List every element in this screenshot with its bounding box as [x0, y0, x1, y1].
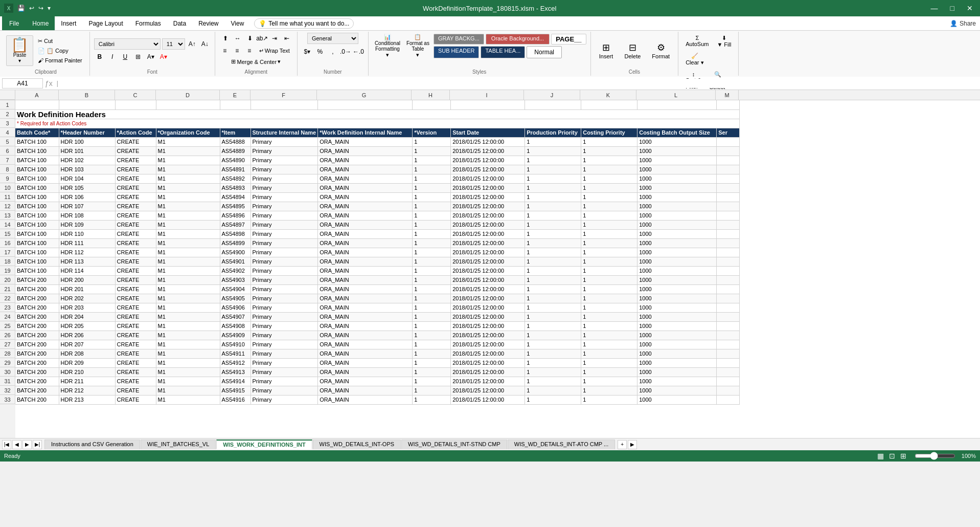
cell[interactable]: ORA_MAIN — [318, 146, 413, 156]
cell[interactable]: 2018/01/25 12:00:00 — [451, 156, 525, 165]
cell[interactable]: 2018/01/25 12:00:00 — [451, 165, 525, 174]
cell[interactable]: 2018/01/25 12:00:00 — [451, 192, 525, 202]
cell[interactable]: 1 — [413, 275, 451, 284]
cell[interactable]: HDR 103 — [59, 165, 115, 174]
cell[interactable]: ORA_MAIN — [318, 156, 413, 165]
col-header-m[interactable]: M — [716, 90, 739, 100]
cell[interactable] — [717, 183, 740, 192]
cell[interactable]: CREATE — [115, 367, 156, 377]
cell[interactable]: AS54889 — [220, 146, 250, 156]
cell[interactable]: BATCH 200 — [15, 275, 59, 284]
cell[interactable]: 2018/01/25 12:00:00 — [451, 312, 525, 321]
cell[interactable]: 1 — [413, 248, 451, 257]
gray-background-style[interactable]: GRAY BACKG... — [434, 34, 484, 45]
cell[interactable]: 1 — [525, 220, 581, 229]
cell[interactable]: 1000 — [637, 257, 717, 266]
cell[interactable]: ORA_MAIN — [318, 183, 413, 192]
cell[interactable]: 1000 — [637, 377, 717, 386]
grid-scroll[interactable]: Work Definition Headers* Required for al… — [15, 100, 980, 438]
cell[interactable]: M1 — [156, 156, 220, 165]
cell[interactable]: 1 — [581, 238, 637, 248]
cell[interactable]: 1 — [413, 266, 451, 275]
cell[interactable]: M1 — [156, 146, 220, 156]
cell[interactable]: 1 — [525, 146, 581, 156]
cell[interactable] — [59, 100, 115, 109]
cell[interactable]: 1 — [525, 312, 581, 321]
cell[interactable]: 1 — [413, 377, 451, 386]
undo-btn[interactable]: ↩ — [28, 4, 35, 13]
cell[interactable]: CREATE — [115, 349, 156, 358]
cell[interactable]: ORA_MAIN — [318, 331, 413, 340]
cell[interactable]: AS54912 — [220, 358, 250, 367]
cell[interactable]: Batch Code* — [15, 128, 59, 137]
cell[interactable]: Primary — [250, 321, 318, 331]
cell[interactable]: 1 — [413, 257, 451, 266]
subheader-style[interactable]: SUB HEADER — [434, 46, 480, 58]
cell[interactable] — [220, 100, 250, 109]
cell[interactable]: 1 — [413, 312, 451, 321]
cell[interactable]: 1000 — [637, 312, 717, 321]
cell[interactable]: M1 — [156, 266, 220, 275]
cell[interactable]: M1 — [156, 165, 220, 174]
cell[interactable]: BATCH 200 — [15, 395, 59, 404]
cell[interactable] — [717, 192, 740, 202]
cell[interactable]: 1 — [581, 156, 637, 165]
cell[interactable]: Primary — [250, 248, 318, 257]
sheet-last-btn[interactable]: ▶| — [33, 440, 42, 449]
maximize-btn[interactable]: □ — [947, 3, 958, 13]
cell[interactable]: HDR 212 — [59, 386, 115, 395]
cell[interactable]: 1000 — [637, 349, 717, 358]
cell[interactable]: 2018/01/25 12:00:00 — [451, 284, 525, 294]
cell[interactable]: BATCH 100 — [15, 137, 59, 146]
cell[interactable]: AS54906 — [220, 303, 250, 312]
cell[interactable]: HDR 107 — [59, 202, 115, 211]
cell[interactable]: 1 — [581, 358, 637, 367]
cell[interactable]: ORA_MAIN — [318, 257, 413, 266]
cell[interactable]: CREATE — [115, 275, 156, 284]
increase-decimal-btn[interactable]: .0→ — [340, 46, 351, 57]
cell[interactable] — [413, 100, 451, 109]
cell[interactable]: 1000 — [637, 386, 717, 395]
cell[interactable]: AS54890 — [220, 156, 250, 165]
sheet-prev-btn[interactable]: ◀ — [12, 440, 21, 449]
orientation-btn[interactable]: ab↗ — [257, 33, 268, 44]
cell[interactable]: 1 — [525, 174, 581, 183]
cell[interactable]: 1000 — [637, 367, 717, 377]
cell[interactable] — [717, 202, 740, 211]
row-num-2[interactable]: 2 — [0, 109, 15, 119]
cell[interactable]: 2018/01/25 12:00:00 — [451, 183, 525, 192]
cell[interactable]: M1 — [156, 349, 220, 358]
cell[interactable]: 1 — [413, 174, 451, 183]
cell[interactable] — [525, 100, 581, 109]
cell[interactable]: AS54905 — [220, 294, 250, 303]
cell[interactable]: AS54907 — [220, 312, 250, 321]
minimize-btn[interactable]: — — [928, 3, 941, 13]
tab-file[interactable]: File — [2, 16, 26, 30]
font-name-select[interactable]: Calibri — [94, 38, 161, 50]
cell[interactable]: 1 — [525, 156, 581, 165]
cell[interactable]: ORA_MAIN — [318, 137, 413, 146]
row-num-31[interactable]: 31 — [0, 377, 15, 386]
cell[interactable]: 1 — [581, 183, 637, 192]
cell[interactable]: BATCH 200 — [15, 377, 59, 386]
row-num-33[interactable]: 33 — [0, 395, 15, 404]
decrease-font-btn[interactable]: A↓ — [199, 38, 211, 50]
cell[interactable]: 1 — [525, 386, 581, 395]
cell[interactable]: CREATE — [115, 211, 156, 220]
cell[interactable]: 1 — [581, 211, 637, 220]
cell[interactable]: CREATE — [115, 377, 156, 386]
cell[interactable] — [717, 349, 740, 358]
underline-button[interactable]: U — [120, 51, 131, 62]
cell[interactable]: CREATE — [115, 386, 156, 395]
cell[interactable]: 1 — [581, 321, 637, 331]
cell[interactable] — [717, 386, 740, 395]
cell[interactable]: 1 — [581, 202, 637, 211]
cell[interactable]: AS54898 — [220, 229, 250, 238]
cell[interactable] — [717, 294, 740, 303]
row-num-4[interactable]: 4 — [0, 128, 15, 137]
cell[interactable] — [717, 377, 740, 386]
col-header-j[interactable]: J — [524, 90, 580, 100]
cell[interactable] — [717, 331, 740, 340]
cell[interactable]: 1 — [581, 146, 637, 156]
cell[interactable]: AS54916 — [220, 395, 250, 404]
